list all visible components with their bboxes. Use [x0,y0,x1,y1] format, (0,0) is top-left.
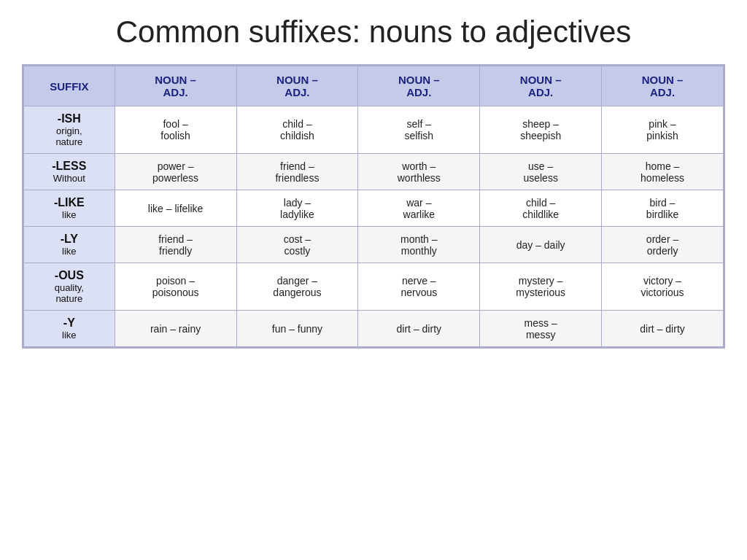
data-cell: mystery –mysterious [480,263,602,311]
data-cell: fool –foolish [115,106,236,154]
col-header-2: NOUN –ADJ. [236,66,358,106]
data-cell: day – daily [480,227,602,263]
data-cell: poison –poisonous [115,263,236,311]
data-cell: fun – funny [236,311,358,347]
suffix-meaning: Without [28,173,110,184]
suffix-meaning: like [28,246,110,257]
table-row: -OUSquality,naturepoison –poisonousdange… [24,263,724,311]
table-header-row: SUFFIX NOUN –ADJ. NOUN –ADJ. NOUN –ADJ. … [24,66,724,106]
suffix-meaning: like [28,209,110,220]
suffix-cell: -LYlike [24,227,115,263]
col-header-4: NOUN –ADJ. [480,66,602,106]
data-cell: self –selfish [358,106,480,154]
data-cell: bird –birdlike [602,190,724,227]
suffixes-table: SUFFIX NOUN –ADJ. NOUN –ADJ. NOUN –ADJ. … [23,66,724,347]
suffix-label: -OUS [28,269,110,282]
data-cell: home –homeless [602,154,724,190]
col-header-1: NOUN –ADJ. [115,66,236,106]
col-header-3: NOUN –ADJ. [358,66,480,106]
data-cell: rain – rainy [115,311,236,347]
suffix-label: -LIKE [28,196,110,209]
table-row: -Ylikerain – rainyfun – funnydirt – dirt… [24,311,724,347]
data-cell: like – lifelike [115,190,236,227]
data-cell: friend –friendly [115,227,236,263]
data-cell: war –warlike [358,190,480,227]
suffix-label: -Y [28,316,110,330]
page-title: Common suffixes: nouns to adjectives [22,15,725,50]
col-header-5: NOUN –ADJ. [602,66,724,106]
data-cell: child –childish [236,106,358,154]
data-cell: nerve –nervous [358,263,480,311]
data-cell: power –powerless [115,154,236,190]
suffix-cell: -Ylike [24,311,115,347]
suffix-cell: -LIKElike [24,190,115,227]
data-cell: cost –costly [236,227,358,263]
data-cell: order –orderly [602,227,724,263]
suffix-cell: -LESSWithout [24,154,115,190]
data-cell: child –childlike [480,190,602,227]
suffix-label: -LESS [28,160,110,173]
data-cell: use –useless [480,154,602,190]
data-cell: victory –victorious [602,263,724,311]
data-cell: friend –friendless [236,154,358,190]
data-cell: danger –dangerous [236,263,358,311]
data-cell: worth –worthless [358,154,480,190]
suffix-meaning: origin,nature [28,125,110,147]
table-row: -ISHorigin,naturefool –foolishchild –chi… [24,106,724,154]
suffix-meaning: like [28,330,110,341]
main-table-wrapper: SUFFIX NOUN –ADJ. NOUN –ADJ. NOUN –ADJ. … [22,64,725,349]
suffix-cell: -ISHorigin,nature [24,106,115,154]
table-row: -LESSWithoutpower –powerlessfriend –frie… [24,154,724,190]
suffix-cell: -OUSquality,nature [24,263,115,311]
data-cell: dirt – dirty [602,311,724,347]
data-cell: month –monthly [358,227,480,263]
suffix-label: -LY [28,233,110,246]
table-row: -LYlikefriend –friendlycost –costlymonth… [24,227,724,263]
col-header-suffix: SUFFIX [24,66,115,106]
suffix-meaning: quality,nature [28,282,110,304]
data-cell: dirt – dirty [358,311,480,347]
suffix-label: -ISH [28,112,110,125]
data-cell: sheep –sheepish [480,106,602,154]
data-cell: pink –pinkish [602,106,724,154]
data-cell: lady –ladylike [236,190,358,227]
data-cell: mess –messy [480,311,602,347]
table-row: -LIKElikelike – lifelikelady –ladylikewa… [24,190,724,227]
